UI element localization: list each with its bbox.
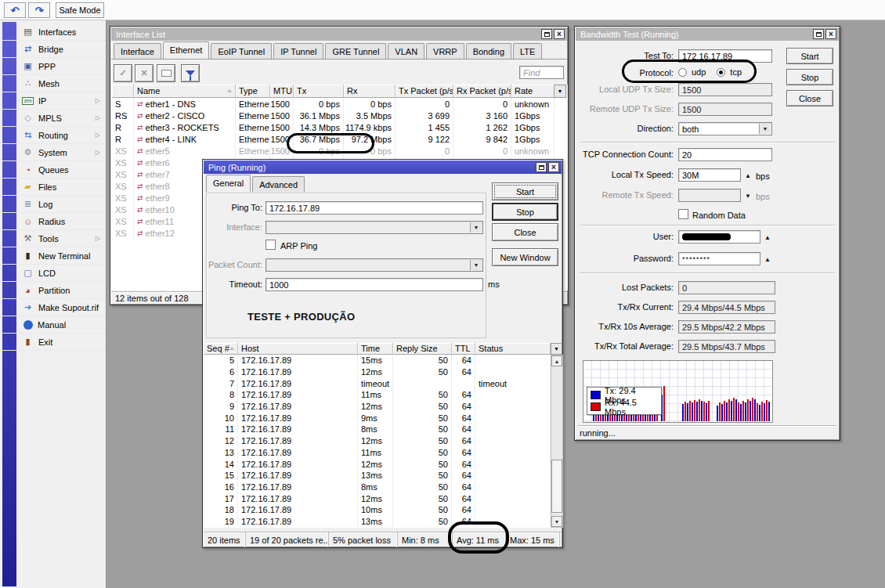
stop-button[interactable]: Stop [492, 203, 558, 221]
sidebar-item-interfaces[interactable]: ▤Interfaces [0, 23, 106, 41]
column-header-rx-packet-p-s[interactable]: Rx Packet (p/s) [453, 85, 511, 98]
ping-result-row[interactable]: 6172.16.17.8912ms5064 [204, 366, 551, 378]
ping-tab-advanced[interactable]: Advanced [252, 176, 305, 192]
radio-tcp[interactable] [717, 68, 725, 77]
ping-tab-general[interactable]: General [206, 175, 251, 192]
column-select-button[interactable]: ▼ [554, 85, 566, 98]
interface-row[interactable]: XS⇄ether5Ethernet15000 bps0 bps00unknown [112, 145, 568, 157]
sidebar-item-make-supout-rif[interactable]: ➔Make Supout.rif [0, 299, 106, 316]
column-header-rate[interactable]: Rate [511, 85, 554, 98]
sidebar-item-tools[interactable]: ⚒Tools▷ [0, 230, 106, 247]
enable-button[interactable]: ✓ [114, 64, 132, 82]
timeout-input[interactable]: 1000 [266, 278, 483, 291]
undo-button[interactable]: ↶ [4, 2, 26, 18]
ping-result-row[interactable]: 7172.16.17.89timeouttimeout [204, 377, 551, 389]
password-input[interactable]: ******** [678, 252, 760, 265]
vertical-scrollbar[interactable]: ▲ ▼ [551, 355, 563, 528]
tab-ethernet[interactable]: Ethernet [163, 41, 210, 59]
maximize-button[interactable] [813, 29, 824, 39]
scroll-up-icon[interactable]: ▲ [551, 355, 562, 366]
ping-result-row[interactable]: 17172.16.17.8912ms5064 [204, 492, 551, 504]
start-button[interactable]: Start [492, 182, 558, 200]
column-header-rx[interactable]: Rx [344, 85, 396, 98]
ping-to-input[interactable]: 172.16.17.89 [266, 201, 483, 215]
tab-eoip-tunnel[interactable]: EoIP Tunnel [211, 43, 272, 59]
sidebar-item-manual[interactable]: ?Manual [0, 316, 106, 334]
sidebar-item-bridge[interactable]: ⇄Bridge [0, 41, 106, 58]
packet-count-select[interactable]: ▼ [266, 258, 483, 272]
sidebar-item-mesh[interactable]: ∴Mesh [0, 75, 106, 92]
column-header-seq[interactable]: Seq # [204, 343, 238, 355]
column-header-time[interactable]: Time [358, 343, 393, 355]
ping-result-row[interactable]: 9172.16.17.8912ms5064 [204, 401, 551, 413]
sidebar-item-lcd[interactable]: ▢LCD [0, 265, 106, 282]
column-header-tx[interactable]: Tx [294, 85, 344, 98]
column-header-ttl[interactable]: TTL [452, 343, 475, 355]
interface-row[interactable]: S⇄ether1 - DNSEthernet15000 bps0 bps00un… [112, 98, 568, 110]
tab-vrrp[interactable]: VRRP [426, 43, 464, 59]
interface-row[interactable]: RS⇄ether2 - CISCOEthernet150036.1 Mbps3.… [112, 110, 568, 121]
column-header-mtu[interactable]: MTU [270, 85, 294, 98]
tab-vlan[interactable]: VLAN [388, 43, 424, 59]
interface-row[interactable]: R⇄ether3 - ROCKETSEthernet150014.3 Mbps1… [112, 121, 568, 133]
sidebar-item-routing[interactable]: ⇆Routing▷ [0, 127, 106, 144]
close-icon[interactable]: × [548, 162, 559, 172]
sidebar-item-files[interactable]: ▰Files [0, 179, 106, 196]
ping-result-row[interactable]: 5172.16.17.8915ms5064 [204, 355, 551, 366]
filter-button[interactable] [181, 64, 200, 82]
start-button[interactable]: Start [786, 48, 833, 64]
column-header-type[interactable]: Type [236, 85, 270, 98]
up-arrow-icon[interactable]: ▲ [764, 234, 771, 241]
safe-mode-button[interactable]: Safe Mode [56, 2, 104, 18]
radio-udp[interactable] [678, 68, 687, 77]
test-to-input[interactable]: 172.16.17.89 [678, 49, 772, 63]
column-select-button[interactable]: ▼ [551, 343, 562, 355]
column-header-reply-size[interactable]: Reply Size [393, 343, 452, 355]
ping-result-row[interactable]: 18172.16.17.8910ms5064 [204, 504, 551, 516]
sidebar-item-mpls[interactable]: ◇MPLS▷ [0, 110, 106, 127]
tab-bonding[interactable]: Bonding [466, 43, 511, 59]
new-window-button[interactable]: New Window [492, 248, 558, 266]
random-data-checkbox[interactable] [678, 209, 688, 219]
stop-button[interactable]: Stop [786, 69, 833, 85]
ping-result-row[interactable]: 13172.16.17.8911ms5064 [204, 447, 551, 459]
ping-titlebar[interactable]: Ping (Running) × [204, 161, 562, 174]
tab-lte[interactable]: LTE [513, 43, 542, 59]
arp-ping-checkbox[interactable] [266, 240, 276, 250]
column-header-tx-packet-p-s[interactable]: Tx Packet (p/s) [396, 85, 453, 98]
direction-select[interactable]: both ▼ [678, 122, 772, 135]
tab-gre-tunnel[interactable]: GRE Tunnel [325, 43, 386, 59]
close-button[interactable]: Close [492, 223, 558, 241]
user-input[interactable] [678, 230, 760, 243]
sidebar-item-exit[interactable]: ▮Exit [0, 334, 106, 351]
scroll-down-icon[interactable]: ▼ [551, 516, 562, 527]
chevron-down-icon[interactable]: ▼ [759, 124, 771, 134]
ping-result-row[interactable]: 12172.16.17.8912ms5064 [204, 435, 551, 447]
sidebar-item-log[interactable]: ≣Log [0, 196, 106, 213]
ping-result-row[interactable]: 14172.16.17.8912ms5064 [204, 458, 551, 470]
tab-interface[interactable]: Interface [114, 43, 161, 59]
column-header-host[interactable]: Host [238, 343, 358, 355]
close-button[interactable]: Close [786, 90, 833, 106]
interface-row[interactable]: R⇄ether4 - LINKEthernet150036.7 Mbps97.2… [112, 133, 568, 145]
close-icon[interactable]: × [554, 29, 565, 39]
maximize-button[interactable] [541, 29, 552, 39]
sidebar-item-radius[interactable]: ☺Radius [0, 213, 106, 230]
local-tx-input[interactable]: 30M [678, 168, 741, 182]
sidebar-item-queues[interactable]: ◔Queues [0, 161, 106, 179]
disable-button[interactable]: ✕ [135, 64, 154, 82]
ping-result-row[interactable]: 16172.16.17.898ms5064 [204, 482, 551, 493]
ping-result-row[interactable]: 11172.16.17.898ms5064 [204, 424, 551, 435]
interface-list-titlebar[interactable]: Interface List × [111, 27, 567, 41]
chevron-down-icon[interactable]: ▼ [470, 260, 482, 270]
column-header-status[interactable]: Status [475, 343, 551, 355]
scrollbar-thumb[interactable] [551, 460, 562, 513]
down-arrow-icon[interactable]: ▼ [745, 193, 751, 200]
ping-interface-select[interactable]: ▼ [266, 221, 483, 234]
ping-result-row[interactable]: 8172.16.17.8911ms5064 [204, 389, 551, 401]
sidebar-item-ppp[interactable]: ▣PPP [0, 58, 106, 75]
ping-result-row[interactable]: 15172.16.17.8913ms5064 [204, 470, 551, 482]
up-arrow-icon[interactable]: ▲ [745, 172, 751, 179]
tab-ip-tunnel[interactable]: IP Tunnel [273, 43, 323, 59]
chevron-down-icon[interactable]: ▼ [470, 222, 482, 233]
